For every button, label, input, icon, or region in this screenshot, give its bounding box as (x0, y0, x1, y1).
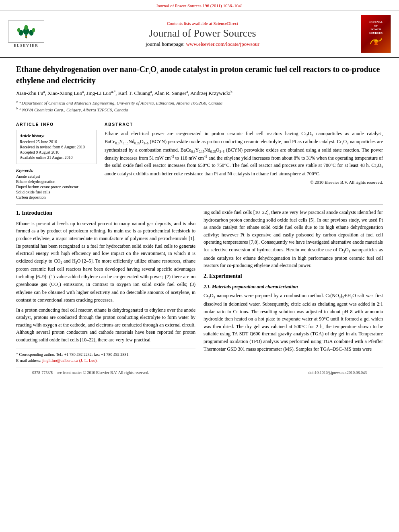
footnote-area: * Corresponding author. Tel.: +1 780 492… (16, 349, 195, 364)
divider-2 (16, 204, 383, 205)
affiliation-a: a ᵃ Department of Chemical and Materials… (16, 99, 383, 106)
materials-p1: Cr2O3 nanopowders were prepared by a com… (204, 292, 383, 353)
received-revised-date: Received in revised form 6 August 2010 (20, 145, 93, 149)
email-link[interactable]: jingli.luo@ualberta.ca (J.-L. Luo). (42, 358, 98, 363)
top-bar: Journal of Power Sources 196 (2011) 1036… (0, 0, 399, 11)
article-info-col: ARTICLE INFO Article history: Received 2… (16, 122, 97, 200)
intro-title: 1. Introduction (16, 209, 195, 218)
cover-text: JOURNALOFPOWERSOURCES (363, 21, 389, 47)
authors-line: Xian-Zhu Fua, Xiao-Xiong Luoa, Jing-Li L… (16, 90, 383, 97)
experimental-title: 2. Experimental (204, 272, 383, 281)
keyword-2: Ethane dehydrogenation (16, 179, 97, 184)
header-area: ELSEVIER Contents lists available at Sci… (0, 11, 399, 58)
body-left-col: 1. Introduction Ethane is present at lev… (16, 209, 195, 364)
body-section: 1. Introduction Ethane is present at lev… (16, 209, 383, 364)
affiliation-b: b ᵇ NOVA Chemicals Corp., Calgary, Alber… (16, 106, 383, 113)
journal-reference[interactable]: Journal of Power Sources 196 (2011) 1036… (156, 3, 243, 8)
info-abstract-section: ARTICLE INFO Article history: Received 2… (16, 122, 383, 200)
main-content: Ethane dehydrogenation over nano-Cr2O3 a… (0, 58, 399, 383)
logo-area: ELSEVIER (8, 21, 44, 47)
header-center: Contents lists available at ScienceDirec… (44, 21, 361, 47)
keyword-3: Doped barium cerate proton conductor (16, 185, 97, 189)
affiliations: a ᵃ Department of Chemical and Materials… (16, 99, 383, 113)
journal-cover: JOURNALOFPOWERSOURCES (361, 15, 391, 53)
keywords-box: Keywords: Anode catalyst Ethane dehydrog… (16, 168, 97, 199)
bottom-bar: 0378-7753/$ – see front matter © 2010 El… (16, 368, 383, 377)
article-history-box: Article history: Received 25 June 2010 R… (16, 130, 97, 164)
elsevier-tree-icon (14, 25, 38, 39)
contents-label: Contents lists available at (167, 21, 212, 26)
keyword-4: Solid oxide fuel cells (16, 190, 97, 194)
abstract-header: ABSTRACT (105, 122, 383, 127)
abstract-col: ABSTRACT Ethane and electrical power are… (105, 122, 383, 200)
received-date: Received 25 June 2010 (20, 140, 93, 144)
intro-paragraph-2: In a proton conducting fuel cell reactor… (16, 306, 195, 344)
body-right-col: ing solid oxide fuel cells [10–22], ther… (204, 209, 383, 364)
svg-point-5 (32, 28, 35, 32)
article-info-header: ARTICLE INFO (16, 122, 97, 127)
article-title: Ethane dehydrogenation over nano-Cr2O3 a… (16, 64, 383, 86)
doi: doi:10.1016/j.jpowsour.2010.08.043 (309, 370, 367, 375)
corresponding-author: * Corresponding author. Tel.: +1 780 492… (16, 351, 195, 357)
homepage-line: journal homepage: www.elsevier.com/locat… (44, 41, 361, 47)
intro-paragraph-1: Ethane is present at levels up to severa… (16, 220, 195, 304)
keywords-label: Keywords: (16, 168, 97, 173)
svg-point-6 (24, 25, 28, 30)
keyword-5: Carbon deposition (16, 195, 97, 199)
journal-title: Journal of Power Sources (44, 27, 361, 39)
accepted-date: Accepted 9 August 2010 (20, 150, 93, 154)
history-label: Article history: (20, 134, 93, 138)
elsevier-logo (8, 21, 44, 43)
homepage-url[interactable]: www.elsevier.com/locate/jpowsour (186, 41, 259, 47)
issn-notice: 0378-7753/$ – see front matter © 2010 El… (32, 370, 149, 375)
email-label: E-mail address: (16, 358, 41, 363)
elsevier-text: ELSEVIER (14, 43, 39, 47)
available-date: Available online 21 August 2010 (20, 155, 93, 160)
sciencedirect-link[interactable]: ScienceDirect (213, 21, 238, 26)
materials-title: 2.1. Materials preparation and character… (204, 283, 383, 291)
contents-available: Contents lists available at ScienceDirec… (44, 21, 361, 26)
email-line: E-mail address: jingli.luo@ualberta.ca (… (16, 357, 195, 364)
divider-1 (16, 118, 383, 118)
keyword-1: Anode catalyst (16, 174, 97, 179)
svg-point-7 (25, 36, 27, 37)
svg-point-4 (17, 28, 20, 32)
abstract-text: Ethane and electrical power are co-gener… (105, 130, 383, 177)
homepage-label: journal homepage: (146, 41, 185, 47)
copyright-notice: © 2010 Elsevier B.V. All rights reserved… (105, 180, 383, 185)
right-col-p1: ing solid oxide fuel cells [10–22], ther… (204, 209, 383, 269)
